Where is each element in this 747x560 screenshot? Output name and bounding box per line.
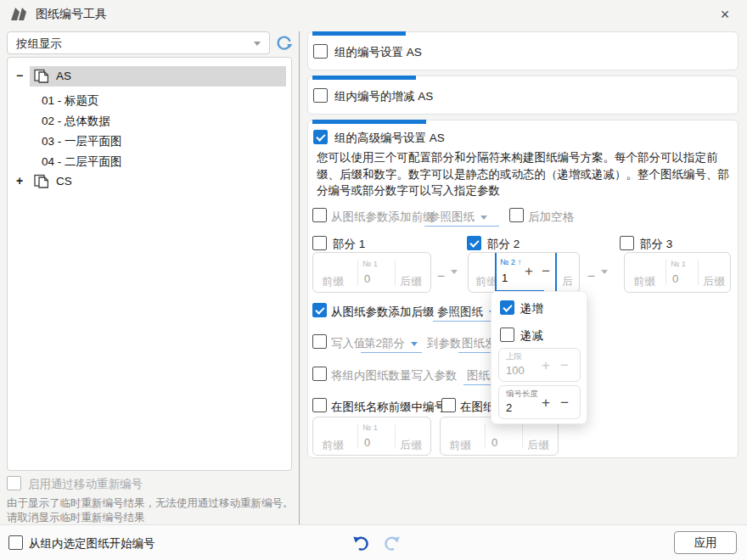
write-value-label: 写入值 xyxy=(331,336,366,351)
group-display-select[interactable]: 按组显示 xyxy=(7,31,270,54)
redo-icon[interactable] xyxy=(381,532,402,553)
write-count-label: 将组内图纸数量写入参数 xyxy=(331,368,458,384)
field-divider xyxy=(522,424,523,448)
enable-move-renumber-checkbox[interactable] xyxy=(7,476,21,490)
decrease-option-label: 递减 xyxy=(520,328,543,344)
write-value-part-select[interactable]: 第2部分 xyxy=(364,336,418,351)
chevron-down-icon xyxy=(254,42,261,46)
part2-number-label: № 2 ↑ xyxy=(500,257,522,266)
renumber-hint-text: 由于显示了临时重新编号结果，无法使用通过移动重新编号。请取消显示临时重新编号结果 xyxy=(7,496,295,525)
upper-limit-label: 上限 xyxy=(506,351,522,362)
write-value-checkbox[interactable] xyxy=(312,334,327,349)
expand-icon[interactable]: + xyxy=(16,174,28,188)
part3-box: 前缀 № 1 0 后缀 xyxy=(624,252,731,293)
advanced-numbering-checkbox[interactable] xyxy=(313,130,328,144)
part2-number-editor: № 2 ↑ 1 + − xyxy=(495,253,557,292)
suffix-param-select[interactable]: 参照图纸 xyxy=(437,305,496,320)
undo-icon[interactable] xyxy=(351,532,372,553)
space-after-checkbox[interactable] xyxy=(509,208,524,222)
separator1-select-icon[interactable] xyxy=(451,270,458,274)
close-icon[interactable]: × xyxy=(715,4,735,25)
chevron-down-icon xyxy=(411,342,418,346)
upper-limit-box: 上限 100 + − xyxy=(498,348,581,382)
refresh-icon[interactable] xyxy=(274,33,295,53)
name-number-number-input[interactable]: 0 xyxy=(491,436,497,449)
part3-number-label: № 1 xyxy=(671,259,686,268)
increase-button[interactable]: + xyxy=(525,264,533,278)
part1-number-label: № 1 xyxy=(362,259,378,268)
number-options-popup: 递增 递减 上限 100 + − 编号长度 2 + − xyxy=(491,291,587,424)
name-number-prefix-input[interactable]: 前缀 xyxy=(449,438,471,453)
add-suffix-checkbox[interactable] xyxy=(312,303,327,317)
accent-bar xyxy=(312,31,406,36)
part2-checkbox[interactable] xyxy=(467,236,481,250)
part1-box: 前缀 № 1 0 后缀 xyxy=(312,252,431,293)
decrease-option-checkbox[interactable] xyxy=(500,328,514,342)
number-in-name-prefix-checkbox[interactable] xyxy=(312,398,327,412)
upper-limit-input[interactable]: 100 xyxy=(506,364,525,377)
chevron-down-icon xyxy=(480,216,487,220)
prefix-param-select[interactable]: 参照图纸 xyxy=(429,210,487,225)
decrease-button[interactable]: − xyxy=(542,264,550,278)
separator2-select-icon[interactable] xyxy=(601,270,608,274)
name-prefix-number-input[interactable]: 0 xyxy=(364,436,370,449)
field-divider xyxy=(357,260,358,285)
sheet-group-icon xyxy=(34,174,51,189)
add-prefix-checkbox[interactable] xyxy=(312,208,327,222)
part3-checkbox[interactable] xyxy=(620,236,634,250)
group-display-value: 按组显示 xyxy=(16,36,62,52)
accent-bar xyxy=(312,76,416,80)
increase-option-checkbox[interactable] xyxy=(500,300,514,315)
number-length-input[interactable]: 2 xyxy=(506,401,512,414)
name-prefix-box: 前缀 № 1 0 后缀 xyxy=(312,417,431,456)
tree-item-sheet[interactable]: 04 - 二层平面图 xyxy=(42,151,122,171)
increment-checkbox[interactable] xyxy=(313,88,328,103)
name-prefix-suffix-input[interactable]: 后缀 xyxy=(400,438,422,453)
increment-label: 组内编号的增减 AS xyxy=(334,89,433,104)
part1-checkbox[interactable] xyxy=(312,236,327,250)
name-prefix-prefix-input[interactable]: 前缀 xyxy=(322,438,344,453)
limit-increase-button[interactable]: + xyxy=(542,358,550,372)
part3-suffix-input[interactable]: 后缀 xyxy=(703,274,725,289)
prefix-param-value: 参照图纸 xyxy=(429,210,475,223)
footer-bar: 从组内选定图纸开始编号 应用 xyxy=(0,524,747,560)
part1-prefix-input[interactable]: 前缀 xyxy=(322,274,344,289)
limit-decrease-button[interactable]: − xyxy=(560,358,569,372)
part3-prefix-input[interactable]: 前缀 xyxy=(633,274,655,289)
part3-number-input[interactable]: 0 xyxy=(672,272,678,285)
number-in-name-checkbox[interactable] xyxy=(441,398,456,412)
group-numbering-checkbox[interactable] xyxy=(313,44,328,59)
tree-item-sheet[interactable]: 03 - 一层平面图 xyxy=(42,131,122,151)
tree-item-sheet[interactable]: 01 - 标题页 xyxy=(42,90,99,110)
part2-number-input[interactable]: 1 xyxy=(502,272,508,284)
collapse-icon[interactable]: − xyxy=(16,69,28,82)
apply-button[interactable]: 应用 xyxy=(674,531,737,554)
write-value-part-value: 第2部分 xyxy=(364,337,405,350)
start-from-selected-checkbox[interactable] xyxy=(8,535,23,550)
select-underline xyxy=(424,226,499,227)
part1-label: 部分 1 xyxy=(333,237,365,252)
part2-label: 部分 2 xyxy=(487,237,520,252)
advanced-numbering-label: 组的高级编号设置 AS xyxy=(334,131,445,146)
card-increment: 组内编号的增减 AS xyxy=(307,76,739,115)
space-after-label: 后加空格 xyxy=(528,210,574,225)
tree-group-label: AS xyxy=(56,70,71,82)
separator2: _ xyxy=(588,264,594,277)
tree-group-cs[interactable]: + CS xyxy=(8,171,291,192)
tree-item-sheet[interactable]: 02 - 总体数据 xyxy=(42,110,110,131)
number-length-label: 编号长度 xyxy=(506,389,538,400)
sheet-tree: − AS 01 - 标题页 02 - 总体数据 03 - 一层平面图 04 - … xyxy=(7,57,292,471)
part1-number-input[interactable]: 0 xyxy=(364,272,370,285)
name-number-suffix-input[interactable]: 后缀 xyxy=(527,438,549,453)
length-increase-button[interactable]: + xyxy=(542,395,550,410)
write-count-checkbox[interactable] xyxy=(312,367,327,381)
add-suffix-label: 从图纸参数添加后缀 xyxy=(331,305,435,320)
field-divider xyxy=(485,424,486,448)
length-decrease-button[interactable]: − xyxy=(560,395,569,410)
field-divider xyxy=(698,260,699,285)
tree-group-as[interactable]: − AS xyxy=(8,66,291,87)
name-prefix-number-label: № 1 xyxy=(362,423,378,432)
part3-label: 部分 3 xyxy=(640,237,672,252)
number-in-name-prefix-label: 在图纸名称前缀中编号 xyxy=(331,400,446,415)
part1-suffix-input[interactable]: 后缀 xyxy=(400,274,422,289)
